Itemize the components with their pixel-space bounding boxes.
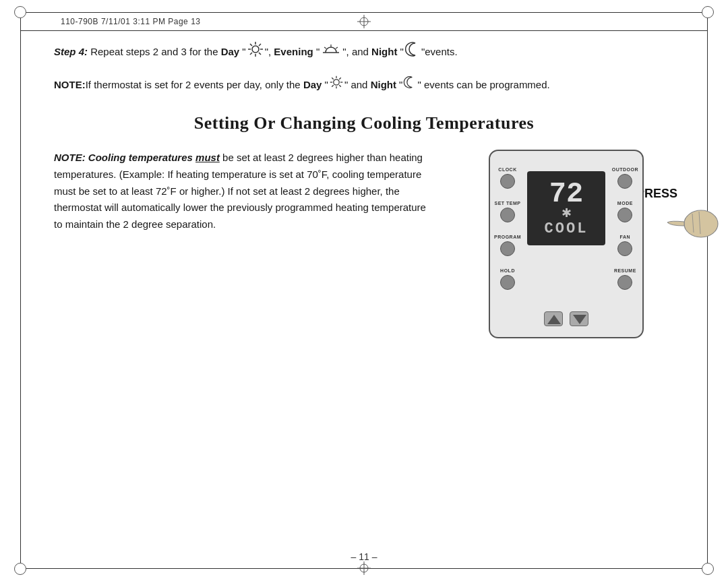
star-symbol: ✱ (562, 206, 572, 220)
svg-line-22 (339, 85, 341, 87)
footer-cross-icon (357, 561, 371, 575)
program-label: PROGRAM (494, 235, 521, 239)
svg-line-24 (332, 85, 334, 87)
svg-line-21 (332, 78, 334, 80)
hand-pointer (664, 200, 721, 246)
fan-label: FAN (620, 235, 631, 239)
note1-text: If thermostat is set for 2 events per da… (86, 77, 301, 93)
note1-label: NOTE: (54, 77, 86, 93)
svg-point-25 (684, 210, 718, 237)
corner-br (702, 563, 714, 575)
thermostat-illustration: PRESS (462, 150, 671, 338)
clock-label: CLOCK (498, 167, 516, 172)
page-number: – 11 – (351, 551, 377, 562)
note1-moon-icon (403, 75, 417, 94)
mode-label: MODE (617, 201, 633, 206)
bottom-nav-buttons (544, 311, 588, 326)
note1-night: Night (371, 77, 396, 93)
program-button[interactable] (500, 241, 515, 256)
svg-line-14 (324, 47, 326, 49)
main-content: Step 4: Repeat steps 2 and 3 for the Day… (54, 40, 674, 554)
svg-line-15 (336, 47, 338, 49)
clock-button-group: CLOCK (494, 167, 521, 189)
svg-line-8 (250, 44, 252, 46)
two-col-layout: NOTE: Cooling temperatures must be set a… (54, 150, 674, 338)
resume-label: RESUME (614, 268, 636, 273)
svg-marker-29 (573, 315, 586, 324)
page-header: 110-790B 7/11/01 3:11 PM Page 13 (20, 12, 708, 31)
clock-button[interactable] (500, 174, 515, 189)
outdoor-button[interactable] (617, 174, 632, 189)
svg-line-23 (339, 78, 341, 80)
settemp-label: SET TEMP (495, 201, 521, 206)
note2-label: NOTE: (54, 152, 86, 163)
step4-events: events. (425, 44, 457, 60)
step4-section: Step 4: Repeat steps 2 and 3 for the Day… (54, 40, 674, 63)
sun-icon (247, 40, 264, 63)
note2-rest: be set at least 2 degrees higher than he… (54, 152, 426, 230)
nav-btn-right[interactable] (570, 311, 588, 326)
hold-button-group: HOLD (494, 268, 521, 290)
fan-button-group: FAN (612, 235, 638, 256)
evening-icon (320, 40, 342, 63)
settemp-button[interactable] (500, 208, 515, 222)
svg-line-9 (259, 53, 261, 55)
border-right (707, 12, 708, 569)
svg-marker-28 (547, 315, 561, 324)
header-text: 110-790B 7/11/01 3:11 PM Page 13 (61, 17, 200, 26)
nav-btn-left[interactable] (544, 311, 563, 326)
note1-and: and (351, 77, 367, 93)
note2-intro: Cooling temperatures (88, 152, 195, 163)
corner-bl (14, 563, 26, 575)
step4-day: Day (221, 44, 240, 60)
outdoor-label: OUTDOOR (612, 167, 638, 172)
left-buttons: CLOCK SET TEMP PROGRAM HOLD (494, 167, 521, 290)
section-heading: Setting Or Changing Cooling Temperatures (54, 113, 674, 133)
border-left (20, 12, 21, 569)
moon-icon (404, 40, 421, 63)
step4-label: Step 4: (54, 44, 88, 60)
note1-text2: events can be programmed. (424, 77, 550, 93)
step4-text1: Repeat steps 2 and 3 for the (90, 44, 218, 60)
hold-button[interactable] (500, 275, 515, 290)
outdoor-button-group: OUTDOOR (612, 167, 638, 189)
right-buttons: OUTDOOR MODE FAN RESUME (612, 167, 638, 290)
step4-evening: Evening (274, 44, 313, 60)
program-button-group: PROGRAM (494, 235, 521, 256)
step4-night: Night (371, 44, 397, 60)
settemp-button-group: SET TEMP (494, 201, 521, 222)
svg-line-11 (250, 53, 252, 55)
svg-point-3 (252, 46, 259, 53)
resume-button[interactable] (617, 275, 632, 290)
note1-sun-icon (329, 75, 344, 94)
note2-paragraph: NOTE: Cooling temperatures must be set a… (54, 150, 431, 233)
thermostat-device: CLOCK SET TEMP PROGRAM HOLD (489, 150, 644, 338)
resume-button-group: RESUME (612, 268, 638, 290)
right-column: PRESS (458, 150, 674, 338)
svg-line-10 (259, 44, 261, 46)
mode-button[interactable] (617, 208, 632, 222)
mode-display: COOL (545, 220, 588, 237)
note2-must: must (195, 152, 220, 163)
header-cross-icon (357, 15, 371, 28)
note1-day: Day (303, 77, 322, 93)
mode-button-group: MODE (612, 201, 638, 222)
thermostat-screen: 72 ✱ COOL (527, 171, 605, 245)
temperature-display: 72 (549, 180, 583, 208)
note1-section: NOTE: If thermostat is set for 2 events … (54, 75, 674, 94)
fan-button[interactable] (617, 241, 632, 256)
step4-and: and (352, 44, 369, 60)
left-column: NOTE: Cooling temperatures must be set a… (54, 150, 431, 233)
hold-label: HOLD (500, 268, 515, 273)
svg-point-16 (334, 80, 339, 85)
